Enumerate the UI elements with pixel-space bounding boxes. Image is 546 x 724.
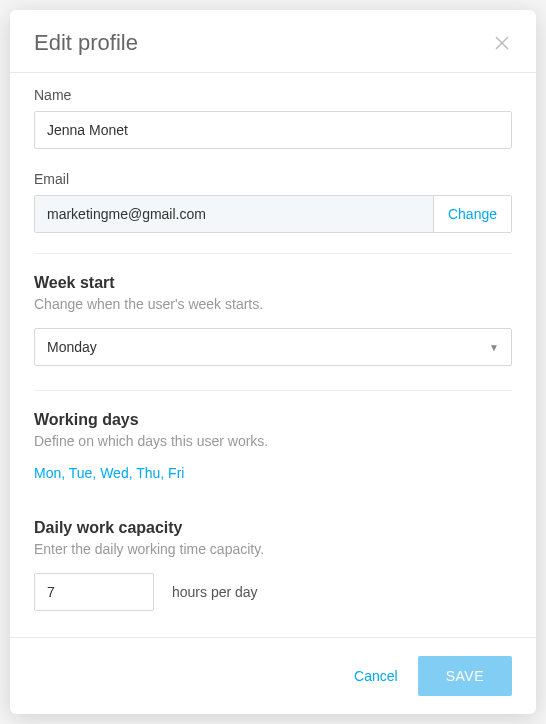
name-label: Name — [34, 87, 512, 103]
cancel-button[interactable]: Cancel — [354, 668, 398, 684]
working-days-title: Working days — [34, 411, 512, 429]
working-days-section: Working days Define on which days this u… — [34, 390, 512, 493]
edit-profile-modal: Edit profile Name Email marketingme@gmai… — [10, 10, 536, 714]
week-start-value: Monday — [47, 339, 97, 355]
name-field-group: Name — [34, 73, 512, 157]
week-start-title: Week start — [34, 274, 512, 292]
close-icon — [494, 35, 510, 51]
modal-footer: Cancel SAVE — [10, 637, 536, 714]
working-days-link[interactable]: Mon, Tue, Wed, Thu, Fri — [34, 465, 512, 481]
email-value: marketingme@gmail.com — [35, 196, 433, 232]
working-days-desc: Define on which days this user works. — [34, 433, 512, 449]
capacity-section: Daily work capacity Enter the daily work… — [34, 499, 512, 623]
modal-body[interactable]: Name Email marketingme@gmail.com Change … — [10, 73, 536, 637]
modal-header: Edit profile — [10, 10, 536, 73]
week-start-desc: Change when the user's week starts. — [34, 296, 512, 312]
capacity-desc: Enter the daily working time capacity. — [34, 541, 512, 557]
capacity-row: hours per day — [34, 573, 512, 611]
email-field-group: Email marketingme@gmail.com Change — [34, 157, 512, 241]
week-start-section: Week start Change when the user's week s… — [34, 253, 512, 378]
chevron-down-icon: ▼ — [489, 342, 499, 353]
modal-title: Edit profile — [34, 30, 138, 56]
week-start-select[interactable]: Monday ▼ — [34, 328, 512, 366]
week-start-select-wrapper: Monday ▼ — [34, 328, 512, 366]
email-row: marketingme@gmail.com Change — [34, 195, 512, 233]
save-button[interactable]: SAVE — [418, 656, 512, 696]
change-email-button[interactable]: Change — [433, 196, 511, 232]
email-label: Email — [34, 171, 512, 187]
name-input[interactable] — [34, 111, 512, 149]
close-button[interactable] — [492, 33, 512, 53]
capacity-input[interactable] — [34, 573, 154, 611]
capacity-title: Daily work capacity — [34, 519, 512, 537]
capacity-suffix: hours per day — [172, 584, 258, 600]
